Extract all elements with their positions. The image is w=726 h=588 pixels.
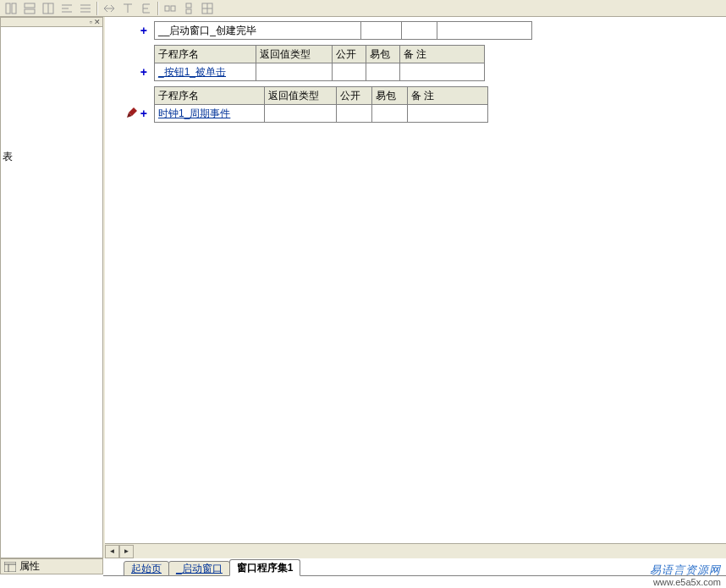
subroutine-table-2: 子程序名 返回值类型 公开 易包 备 注	[154, 86, 488, 105]
svg-rect-3	[25, 9, 35, 14]
toolbar-btn-layout-2[interactable]	[20, 1, 39, 16]
code-row-1: 子程序名 返回值类型 公开 易包 备 注	[105, 45, 726, 63]
hdr-note: 备 注	[408, 87, 488, 105]
properties-label: 属性	[19, 559, 40, 574]
code-editor-area: + __启动窗口_创建完毕 子程序名 返回值类型 公开 易包 备 注	[103, 17, 726, 558]
left-panel: ▫ ✕ 表	[0, 17, 103, 558]
toolbar-btn-tool-e[interactable]	[137, 1, 156, 16]
sub-name-cell[interactable]: _按钮1_被单击	[155, 63, 256, 81]
toolbar-btn-box-lr[interactable]	[161, 1, 179, 16]
gutter[interactable]	[112, 86, 154, 105]
code-content[interactable]: + __启动窗口_创建完毕 子程序名 返回值类型 公开 易包 备 注	[105, 17, 726, 543]
panel-header: ▫ ✕	[0, 17, 103, 27]
code-row-2v: + 时钟1_周期事件	[105, 104, 726, 123]
horizontal-scrollbar[interactable]: ◄ ►	[105, 543, 726, 558]
subroutine-table-1: 子程序名 返回值类型 公开 易包 备 注	[154, 45, 485, 63]
watermark: 易语言资源网 www.e5a5x.com	[650, 564, 721, 588]
gutter[interactable]: +	[112, 21, 154, 40]
tab-startup-window[interactable]: _启动窗口	[168, 561, 230, 576]
panel-dock-icon[interactable]: ▫	[90, 19, 92, 26]
toolbar-btn-layout-3[interactable]	[39, 1, 58, 16]
subroutine-table-1v: _按钮1_被单击	[154, 63, 485, 81]
hdr-ret: 返回值类型	[265, 87, 337, 105]
code-row-2: 子程序名 返回值类型 公开 易包 备 注	[105, 86, 726, 105]
svg-rect-2	[25, 3, 35, 8]
code-row-0: + __启动窗口_创建完毕	[105, 21, 726, 40]
expand-icon[interactable]: +	[140, 107, 147, 120]
sub-cell[interactable]	[333, 63, 366, 81]
expand-icon[interactable]: +	[140, 65, 147, 79]
tab-window-assembly[interactable]: 窗口程序集1	[229, 559, 301, 576]
panel-body: 表	[0, 27, 103, 558]
toolbar-btn-align-h[interactable]	[58, 1, 76, 16]
svg-rect-21	[4, 562, 16, 572]
watermark-en: www.e5a5x.com	[650, 576, 721, 588]
toolbar-btn-tool-t[interactable]	[118, 1, 137, 16]
hdr-ret: 返回值类型	[256, 46, 333, 63]
gutter[interactable]: +	[112, 63, 154, 81]
sub-cell[interactable]	[372, 105, 408, 123]
panel-close-icon[interactable]: ✕	[94, 19, 101, 26]
edit-pen-icon	[125, 107, 137, 119]
sub-cell[interactable]	[265, 105, 337, 123]
gutter[interactable]: +	[112, 104, 154, 123]
watermark-cn: 易语言资源网	[650, 564, 721, 576]
sub-cell[interactable]	[361, 22, 402, 40]
toolbar-separator	[96, 2, 98, 15]
sub-cell[interactable]	[337, 105, 372, 123]
toolbar-separator-2	[157, 2, 159, 15]
sub-cell[interactable]	[402, 22, 437, 40]
sub-cell[interactable]	[437, 22, 532, 40]
sub-name-cell[interactable]: __启动窗口_创建完毕	[155, 22, 361, 40]
code-row-1v: + _按钮1_被单击	[105, 63, 726, 81]
svg-rect-16	[186, 3, 191, 8]
gutter[interactable]	[112, 45, 154, 63]
sub-cell[interactable]	[408, 105, 488, 123]
scroll-right-icon[interactable]: ►	[119, 545, 134, 558]
toolbar-btn-align-just[interactable]	[76, 1, 95, 16]
svg-rect-0	[6, 3, 10, 14]
svg-rect-17	[186, 9, 191, 14]
hdr-pkg: 易包	[372, 87, 408, 105]
hdr-note: 备 注	[400, 46, 485, 63]
scroll-left-icon[interactable]: ◄	[105, 545, 119, 558]
sub-cell[interactable]	[256, 63, 333, 81]
sub-name-cell[interactable]: 时钟1_周期事件	[155, 105, 265, 123]
panel-stub-text: 表	[3, 150, 13, 164]
hdr-name: 子程序名	[155, 87, 265, 105]
hdr-pub: 公开	[337, 87, 372, 105]
properties-icon	[4, 562, 16, 572]
subroutine-table-2v: 时钟1_周期事件	[154, 104, 488, 123]
tab-nav-left-icon[interactable]	[110, 561, 124, 576]
hdr-pub: 公开	[333, 46, 366, 63]
toolbar-btn-box-ud[interactable]	[179, 1, 198, 16]
svg-rect-14	[165, 6, 169, 11]
tab-start-page[interactable]: 起始页	[124, 561, 169, 576]
toolbar	[0, 0, 726, 17]
svg-rect-15	[171, 6, 175, 11]
hdr-pkg: 易包	[366, 46, 400, 63]
svg-rect-1	[12, 3, 16, 14]
hdr-name: 子程序名	[155, 46, 256, 63]
sub-cell[interactable]	[366, 63, 400, 81]
toolbar-btn-grid[interactable]	[198, 1, 217, 16]
editor-tabs: 起始页 _启动窗口 窗口程序集1	[110, 559, 300, 576]
sub-cell[interactable]	[400, 63, 485, 81]
toolbar-btn-arrow-lr[interactable]	[100, 1, 118, 16]
properties-button[interactable]: 属性	[0, 558, 103, 574]
toolbar-btn-layout-1[interactable]	[2, 1, 20, 16]
expand-icon[interactable]: +	[140, 24, 147, 37]
subroutine-table-0: __启动窗口_创建完毕	[154, 21, 532, 40]
